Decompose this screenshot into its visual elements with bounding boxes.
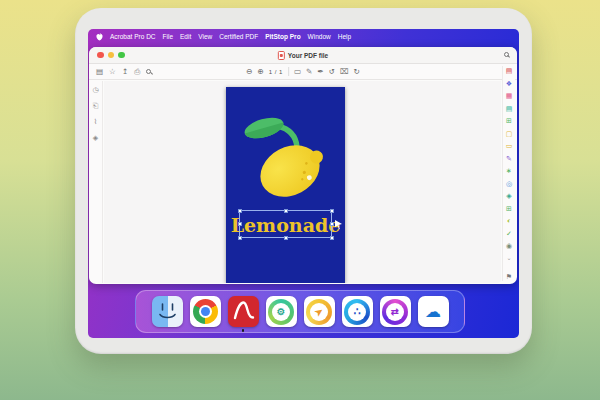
page-indicator: 1 / 1 bbox=[269, 69, 283, 75]
window-title-text: Your PDF file bbox=[288, 52, 328, 59]
share-icon[interactable]: ↥ bbox=[122, 68, 128, 76]
selection-handle[interactable] bbox=[330, 209, 334, 213]
acrobat-icon bbox=[228, 296, 259, 327]
save-icon[interactable]: ▤ bbox=[96, 68, 103, 76]
grid-pink-icon[interactable]: ▦ bbox=[506, 92, 513, 99]
menu-view[interactable]: View bbox=[198, 33, 212, 40]
dock: ⚙ ➤ ∴ ⇄ ☁ bbox=[135, 290, 465, 333]
device-frame: Acrobat Pro DC File Edit View Certified … bbox=[75, 8, 532, 354]
delete-icon[interactable]: ⌧ bbox=[340, 68, 349, 76]
left-sidebar: ◷ ⎗ ⌇ ◈ bbox=[89, 81, 103, 283]
document-canvas: Lemonade bbox=[104, 81, 501, 283]
menu-help[interactable]: Help bbox=[338, 33, 351, 40]
menu-window[interactable]: Window bbox=[308, 33, 331, 40]
doc-yellow-icon[interactable]: ▢ bbox=[506, 130, 513, 137]
toolbar-left-group: ▤ ☆ ↥ ⎙ bbox=[96, 68, 151, 76]
next-page-icon[interactable]: ⊕ bbox=[257, 68, 263, 76]
zoom-icon[interactable] bbox=[146, 69, 151, 74]
share-app-icon: ∴ bbox=[344, 299, 370, 325]
selection-handle[interactable] bbox=[330, 236, 334, 240]
running-indicator-dot bbox=[242, 329, 245, 332]
dock-finder[interactable] bbox=[152, 296, 183, 327]
menu-edit[interactable]: Edit bbox=[180, 33, 191, 40]
selection-handle[interactable] bbox=[330, 222, 334, 226]
finder-face-icon bbox=[152, 296, 183, 327]
toolbar-divider bbox=[288, 67, 289, 76]
paper-plane-app-icon: ➤ bbox=[306, 299, 332, 325]
brush-purple-icon[interactable]: ✎ bbox=[506, 155, 512, 162]
selection-handle[interactable] bbox=[238, 209, 242, 213]
print-icon[interactable]: ⎙ bbox=[134, 68, 140, 76]
comment-icon[interactable]: ▭ bbox=[294, 68, 301, 76]
minimize-button[interactable] bbox=[108, 52, 115, 59]
title-bar: Your PDF file bbox=[89, 47, 517, 64]
layers-icon[interactable]: ◈ bbox=[93, 134, 98, 141]
fullscreen-button[interactable] bbox=[118, 52, 125, 59]
menu-file[interactable]: File bbox=[163, 33, 173, 40]
menu-certified-pdf[interactable]: Certified PDF bbox=[219, 33, 258, 40]
eye-icon[interactable]: ◉ bbox=[506, 242, 512, 249]
ring-blue-icon[interactable]: ◎ bbox=[506, 180, 512, 187]
cube-teal-icon[interactable]: ◈ bbox=[506, 192, 511, 199]
traffic-lights bbox=[97, 52, 125, 59]
chevron-down-icon[interactable]: ⌄ bbox=[506, 255, 511, 261]
selection-handle[interactable] bbox=[284, 236, 288, 240]
star-icon[interactable]: ☆ bbox=[109, 68, 116, 76]
pdf-file-icon bbox=[278, 51, 285, 60]
pencil-icon[interactable]: ✎ bbox=[306, 68, 312, 76]
menu-acrobat-pro-dc[interactable]: Acrobat Pro DC bbox=[110, 33, 156, 40]
window-title: Your PDF file bbox=[278, 47, 328, 64]
close-button[interactable] bbox=[97, 52, 104, 59]
hash-green-icon[interactable]: ⊞ bbox=[506, 205, 512, 212]
bookmarks-icon[interactable]: ⎗ bbox=[93, 102, 99, 109]
selection-handle[interactable] bbox=[284, 209, 288, 213]
selection-box[interactable] bbox=[239, 210, 332, 238]
toolbar: ▤ ☆ ↥ ⎙ ⊖ ⊕ 1 / 1 ▭ ✎ ✒ ↺ ⌧ ↻ bbox=[89, 64, 517, 80]
desktop-wallpaper: Acrobat Pro DC File Edit View Certified … bbox=[88, 29, 519, 338]
sync-app-icon: ⇄ bbox=[382, 299, 408, 325]
attachments-icon[interactable]: ⌇ bbox=[94, 118, 97, 125]
circle-olive-icon[interactable]: ◐ bbox=[507, 217, 511, 224]
menu-pitstop-pro[interactable]: PitStop Pro bbox=[265, 33, 300, 40]
refresh-icon[interactable]: ↻ bbox=[354, 68, 360, 76]
dock-share-app[interactable]: ∴ bbox=[342, 296, 373, 327]
search-icon[interactable] bbox=[504, 52, 509, 57]
selection-handle[interactable] bbox=[238, 222, 242, 226]
menu-bar: Acrobat Pro DC File Edit View Certified … bbox=[88, 29, 519, 44]
comment-yellow-icon[interactable]: ▭ bbox=[506, 142, 513, 149]
lemon-illustration[interactable] bbox=[240, 113, 330, 201]
chrome-icon bbox=[193, 299, 218, 324]
flower-green-icon[interactable]: ∗ bbox=[506, 167, 512, 174]
sign-icon[interactable]: ✒ bbox=[317, 68, 323, 76]
export-pdf-icon[interactable]: ▤ bbox=[506, 67, 513, 74]
grid-green-icon[interactable]: ⊞ bbox=[506, 117, 512, 124]
dock-send-app[interactable]: ➤ bbox=[304, 296, 335, 327]
flag-icon[interactable]: ⚑ bbox=[506, 273, 512, 280]
check-green-icon[interactable]: ✓ bbox=[506, 230, 512, 237]
dock-chrome[interactable] bbox=[190, 296, 221, 327]
onedrive-cloud-icon: ☁ bbox=[425, 304, 441, 320]
rotate-icon[interactable]: ↺ bbox=[329, 68, 335, 76]
gears-app-icon: ⚙ bbox=[268, 299, 294, 325]
stamp-blue-icon[interactable]: ❖ bbox=[506, 80, 512, 87]
pitstop-tool-rail: ▤ ❖ ▦ ▤ ⊞ ▢ ▭ ✎ ∗ ◎ ◈ ⊞ ◐ ✓ ◉ ⌄ ⚑ bbox=[502, 66, 515, 281]
dock-sync-app[interactable]: ⇄ bbox=[380, 296, 411, 327]
doc-teal-icon[interactable]: ▤ bbox=[506, 105, 513, 112]
selection-handle[interactable] bbox=[238, 236, 242, 240]
toolbar-center-group: ⊖ ⊕ 1 / 1 ▭ ✎ ✒ ↺ ⌧ ↻ bbox=[246, 67, 360, 76]
acrobat-window: Your PDF file ▤ ☆ ↥ ⎙ ⊖ ⊕ 1 / 1 ▭ bbox=[89, 47, 517, 284]
dock-acrobat[interactable] bbox=[228, 296, 259, 327]
apple-logo-icon[interactable] bbox=[96, 33, 103, 41]
pdf-page: Lemonade bbox=[226, 87, 345, 283]
previous-page-icon[interactable]: ⊖ bbox=[246, 68, 252, 76]
dock-onedrive[interactable]: ☁ bbox=[418, 296, 449, 327]
recent-icon[interactable]: ◷ bbox=[92, 86, 98, 93]
dock-gears-app[interactable]: ⚙ bbox=[266, 296, 297, 327]
